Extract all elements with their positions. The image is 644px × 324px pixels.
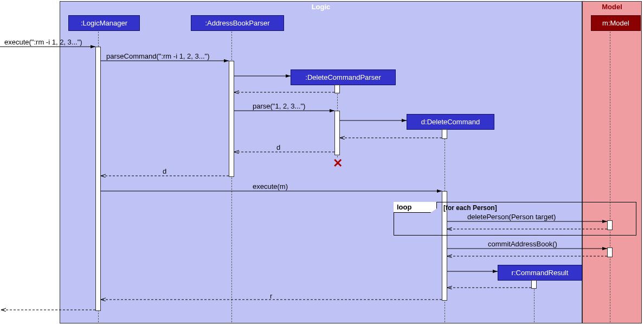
loop-label: loop — [394, 202, 437, 213]
destroy-icon: ✕ — [333, 156, 343, 170]
loop-condition: [for each Person] — [443, 204, 497, 212]
model-region-label: Model — [602, 3, 622, 11]
activation-command-result — [531, 280, 537, 289]
msg-execute-m: execute(m) — [253, 182, 288, 190]
activation-delete-command-1 — [442, 129, 447, 139]
msg-return-d1: d — [276, 143, 280, 151]
participant-delete-command-parser: :DeleteCommandParser — [291, 69, 396, 85]
activation-addressbook-parser — [229, 61, 234, 177]
participant-addressbook-parser: :AddressBookParser — [191, 15, 284, 31]
activation-delete-command-parser-1 — [334, 85, 340, 93]
lifeline-model — [610, 31, 610, 322]
logic-region-label: Logic — [312, 3, 331, 11]
msg-return-r: r — [270, 292, 272, 300]
msg-deleteperson: deletePerson(Person target) — [467, 213, 556, 221]
activation-delete-command-parser-2 — [334, 111, 340, 155]
msg-commit: commitAddressBook() — [488, 240, 557, 248]
msg-parse: parse("1, 2, 3...") — [253, 102, 305, 110]
activation-logic-manager — [95, 47, 101, 311]
msg-parsecommand: parseCommand(":rm -i 1, 2, 3...") — [106, 52, 210, 60]
msg-return-d2: d — [163, 167, 166, 175]
model-region: Model — [582, 1, 642, 323]
msg-execute: execute(":rm -i 1, 2, 3...") — [4, 38, 82, 46]
participant-delete-command: d:DeleteCommand — [407, 114, 494, 130]
participant-model: m:Model — [591, 15, 641, 31]
activation-model-2 — [607, 247, 613, 257]
participant-logic-manager: :LogicManager — [68, 15, 140, 31]
participant-command-result: r:CommandResult — [498, 265, 582, 281]
